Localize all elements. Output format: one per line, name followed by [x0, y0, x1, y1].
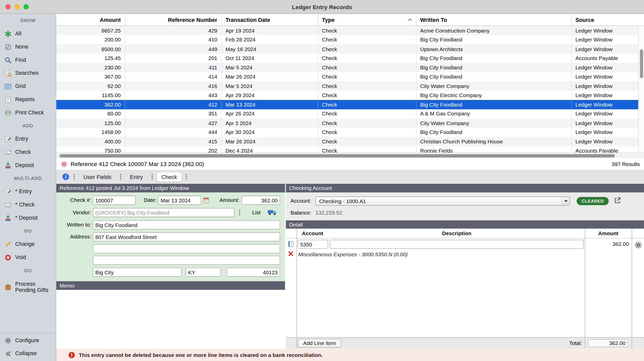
vertical-scrollbar-thumb[interactable]: [640, 49, 643, 78]
vendor-options-icon[interactable]: [239, 209, 241, 216]
sidebar-item-multi-check[interactable]: * Check: [0, 198, 56, 212]
sidebar-item-grid[interactable]: Grid: [0, 80, 56, 93]
contacts-book-icon[interactable]: [287, 240, 294, 247]
table-row[interactable]: 1145.00443Apr 29 2024CheckBig City Elect…: [56, 91, 638, 100]
sidebar-item-process-pending-gifts[interactable]: Process Pending Gifts: [0, 277, 56, 297]
balance-value: 132,229.52: [315, 208, 342, 218]
column-header-source[interactable]: Source: [572, 14, 644, 25]
sidebar-item-check[interactable]: Check: [0, 146, 56, 159]
sidebar-section-do: DO: [0, 224, 56, 238]
total-value: 362.00: [588, 339, 628, 347]
table-row[interactable]: 92.00416Mar 5 2024CheckCity Water Compan…: [56, 81, 638, 91]
table-header-row: Amount Reference Number Transaction Date…: [56, 14, 644, 26]
table-row[interactable]: 1458.00444Apr 30 2024CheckBig City Foodl…: [56, 128, 638, 137]
address-line2-input[interactable]: [93, 244, 280, 253]
sidebar-item-print-check[interactable]: Print Check: [0, 106, 56, 119]
table-row[interactable]: 125.45201Oct 11 2024CheckBig City Foodla…: [56, 54, 638, 63]
column-header-written-to[interactable]: Written To: [416, 14, 572, 25]
horizontal-scrollbar[interactable]: [56, 153, 644, 158]
table-cell-type: Check: [318, 146, 416, 153]
open-external-icon[interactable]: [614, 197, 621, 204]
sidebar-item-multi-deposit[interactable]: * Deposit: [0, 211, 56, 224]
table-cell-amount: 1458.00: [56, 128, 125, 137]
error-icon: [68, 351, 75, 358]
table-row[interactable]: 80.00351Apr 26 2024CheckA & M Gas Compan…: [56, 109, 638, 118]
memo-field[interactable]: [56, 290, 285, 349]
horizontal-scrollbar-thumb[interactable]: [60, 154, 615, 158]
table-row[interactable]: 8657.25429Apr 19 2024CheckAcme Construct…: [56, 26, 638, 35]
sidebar-item-searches[interactable]: Searches: [0, 67, 56, 80]
sidebar-item-none[interactable]: None: [0, 40, 56, 54]
sidebar-item-label: * Deposit: [15, 215, 50, 221]
column-header-type[interactable]: Type: [318, 14, 416, 25]
truck-icon[interactable]: [267, 209, 277, 215]
sidebar-item-reports[interactable]: Reports: [0, 93, 56, 106]
sidebar-item-configure[interactable]: Configure: [0, 334, 56, 347]
sidebar-item-label: Collapse: [15, 351, 50, 357]
table-row[interactable]: 400.00415Mar 26 2024CheckChristian Churc…: [56, 137, 638, 146]
sidebar-section-add: ADD: [0, 119, 56, 132]
tab-user-fields[interactable]: User Fields: [79, 172, 116, 182]
table-row[interactable]: 125.00427Apr 3 2024CheckCity Water Compa…: [56, 118, 638, 128]
tab-options-icon[interactable]: [120, 174, 122, 180]
amount-input[interactable]: [241, 196, 280, 205]
table-row[interactable]: 362.00412Mar 13 2024CheckBig City Foodla…: [56, 100, 638, 109]
memo-header-bar: Memo: [56, 281, 285, 290]
sidebar-item-find[interactable]: Find: [0, 53, 56, 67]
address-line1-input[interactable]: [93, 232, 280, 242]
table-cell-date: Mar 5 2024: [222, 81, 318, 91]
add-line-item-button[interactable]: Add Line Item: [298, 339, 342, 348]
line-description-input[interactable]: [330, 240, 584, 249]
info-icon[interactable]: [62, 173, 69, 180]
magnifier-icon: [5, 56, 11, 63]
tab-options-icon[interactable]: [151, 174, 153, 180]
sidebar-item-collapse[interactable]: Collapse: [0, 347, 56, 360]
vendor-list-link[interactable]: List: [247, 208, 266, 217]
table-row[interactable]: 200.00410Feb 28 2024CheckBig City Foodla…: [56, 35, 638, 44]
sidebar-item-label: Grid: [15, 83, 50, 89]
line-gear-icon[interactable]: [635, 241, 642, 249]
tab-entry[interactable]: Entry: [125, 172, 148, 182]
table-cell-date: Apr 26 2024: [222, 109, 318, 118]
calendar-icon[interactable]: [203, 197, 210, 204]
sidebar-item-deposit[interactable]: Deposit: [0, 159, 56, 172]
sidebar-item-entry[interactable]: Entry: [0, 132, 56, 146]
table-row[interactable]: 750.00202Dec 4 2024CheckRonnie FieldsAcc…: [56, 146, 638, 153]
city-input[interactable]: [93, 268, 182, 277]
table-row[interactable]: 367.00414Mar 26 2024CheckBig City Foodla…: [56, 72, 638, 81]
sidebar-item-all[interactable]: All: [0, 27, 56, 40]
vertical-scrollbar[interactable]: [638, 26, 644, 153]
cleared-button[interactable]: CLEARED: [577, 197, 609, 205]
date-input[interactable]: [158, 196, 201, 205]
column-header-reference-number[interactable]: Reference Number: [125, 14, 222, 25]
table-cell-type: Check: [318, 26, 416, 35]
account-select[interactable]: Checking - 1000.A1: [315, 197, 570, 206]
table-cell-amount: 230.00: [56, 63, 125, 72]
delete-line-icon[interactable]: [288, 251, 294, 257]
gear-icon: [5, 337, 11, 344]
column-header-transaction-date[interactable]: Transaction Date: [222, 14, 318, 25]
written-to-input[interactable]: [93, 220, 280, 230]
tab-options-icon[interactable]: [185, 174, 187, 180]
address-line3-input[interactable]: [93, 256, 280, 265]
vendor-input[interactable]: [93, 208, 235, 217]
table-row[interactable]: 230.00411Mar 5 2024CheckBig City Foodlan…: [56, 63, 638, 72]
pencil-icon: [5, 241, 11, 248]
line-account-input[interactable]: [298, 240, 328, 249]
zip-input[interactable]: [227, 268, 280, 277]
state-input[interactable]: [186, 268, 221, 277]
table-row[interactable]: 8500.00449May 16 2024CheckUptown Archite…: [56, 44, 638, 54]
sidebar-item-change[interactable]: Change: [0, 238, 56, 251]
window-title: Ledger Entry Records: [0, 0, 644, 14]
sidebar-item-void[interactable]: Void: [0, 251, 56, 264]
check-doc-icon: [5, 201, 11, 208]
sidebar-item-multi-entry[interactable]: * Entry: [0, 185, 56, 198]
sidebar-item-label: None: [15, 44, 50, 50]
tab-check[interactable]: Check: [157, 172, 181, 182]
tab-options-icon[interactable]: [73, 174, 75, 180]
sidebar-section-go: GO: [0, 264, 56, 277]
table-cell-ref: 414: [125, 72, 222, 81]
table-cell-source: Ledger Window: [572, 100, 638, 109]
column-header-amount[interactable]: Amount: [56, 14, 125, 25]
table-cell-ref: 202: [125, 146, 222, 153]
